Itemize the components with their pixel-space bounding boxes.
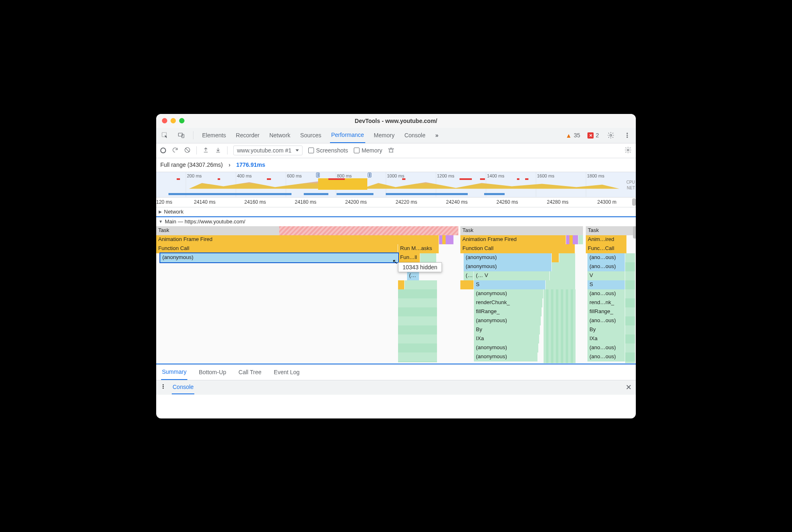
flame-chart[interactable]: Task Animation Frame Fired Function Call… xyxy=(156,226,636,364)
flame-function-call[interactable]: Function Call xyxy=(156,244,398,253)
flame-seg[interactable]: (ano…ous) xyxy=(587,262,625,271)
screenshots-checkbox[interactable]: Screenshots xyxy=(308,147,348,154)
drawer-console-tab[interactable]: Console xyxy=(172,380,194,394)
drawer-close-icon[interactable]: ✕ xyxy=(626,383,632,392)
flame-seg[interactable]: (… xyxy=(464,271,474,280)
flame-seg[interactable]: fillRange_ xyxy=(474,307,542,316)
flame-seg[interactable]: (anonymous) xyxy=(474,316,541,325)
record-button[interactable] xyxy=(160,148,166,153)
flame-seg[interactable]: V xyxy=(587,271,625,280)
download-icon[interactable] xyxy=(215,147,221,155)
tab-performance[interactable]: Performance xyxy=(330,127,365,143)
inspect-icon[interactable] xyxy=(160,131,169,140)
flame-seg[interactable] xyxy=(420,253,437,262)
upload-icon[interactable] xyxy=(203,147,209,155)
flame-seg[interactable]: renderChunk_ xyxy=(474,298,543,307)
tab-network[interactable]: Network xyxy=(268,128,291,143)
warnings-badge[interactable]: ▲ 35 xyxy=(566,132,580,139)
flame-aff[interactable]: Anim…ired xyxy=(586,235,627,244)
tab-memory[interactable]: Memory xyxy=(373,128,396,143)
kebab-menu-icon[interactable] xyxy=(623,131,632,140)
timeline-ruler[interactable]: 120 ms 24140 ms 24160 ms 24180 ms 24200 … xyxy=(156,198,636,207)
network-track-header[interactable]: ▶ Network xyxy=(156,207,636,216)
flame-seg[interactable]: (anonymous) xyxy=(464,253,552,262)
flame-seg[interactable]: fillRange_ xyxy=(587,307,625,316)
flame-seg[interactable] xyxy=(398,280,405,289)
flame-seg[interactable]: (ano…ous) xyxy=(587,253,625,262)
flame-stack[interactable] xyxy=(625,253,635,363)
flame-seg[interactable]: Fun…ll xyxy=(398,253,420,262)
overview-tick: 1600 ms xyxy=(537,173,554,178)
device-toggle-icon[interactable] xyxy=(177,131,186,140)
flame-seg[interactable]: (… V xyxy=(474,271,550,280)
tab-sources[interactable]: Sources xyxy=(299,128,322,143)
flame-seg[interactable]: (… xyxy=(407,271,419,280)
flame-seg[interactable] xyxy=(546,280,576,289)
flame-aff[interactable]: Animation Frame Fired xyxy=(156,235,439,244)
flame-seg[interactable] xyxy=(460,280,474,289)
flame-seg[interactable]: By xyxy=(474,325,540,334)
close-traffic-icon[interactable] xyxy=(162,118,167,123)
flame-seg[interactable]: (anonymous) xyxy=(464,262,552,271)
flame-seg[interactable]: IXa xyxy=(474,334,539,343)
flame-seg[interactable]: (anonymous) xyxy=(474,289,544,298)
panel-settings-gear-icon[interactable] xyxy=(624,146,632,155)
titlebar[interactable]: DevTools - www.youtube.com/ xyxy=(156,114,636,128)
drawer: Console ✕ xyxy=(156,380,636,395)
more-tabs-icon[interactable]: » xyxy=(434,128,440,143)
main-track-header[interactable]: ▼ Main — https://www.youtube.com/ xyxy=(156,217,636,226)
flame-seg[interactable]: IXa xyxy=(587,334,625,343)
flame-function-call[interactable]: Function Call xyxy=(460,244,575,253)
flame-run-microtasks[interactable]: Run M…asks xyxy=(398,244,439,253)
flame-stack[interactable] xyxy=(544,289,576,363)
flame-function-call[interactable]: Func…Call xyxy=(586,244,627,253)
tab-event-log[interactable]: Event Log xyxy=(273,365,300,380)
memory-checkbox[interactable]: Memory xyxy=(354,147,382,154)
zoom-traffic-icon[interactable] xyxy=(179,118,184,123)
tab-recorder[interactable]: Recorder xyxy=(234,128,261,143)
ruler-scroll-thumb[interactable] xyxy=(632,198,636,206)
flame-seg[interactable]: (ano…ous) xyxy=(587,316,625,325)
selected-range-label[interactable]: 1776.91ms xyxy=(236,161,265,168)
flame-seg[interactable]: S xyxy=(587,280,625,289)
garbage-collect-icon[interactable] xyxy=(388,147,394,155)
profile-select[interactable]: www.youtube.com #1 xyxy=(233,146,303,155)
errors-badge[interactable]: ✕ 2 xyxy=(587,132,599,139)
flame-seg[interactable] xyxy=(578,235,583,244)
flame-seg[interactable]: By xyxy=(587,325,625,334)
tab-console[interactable]: Console xyxy=(403,128,426,143)
flame-seg[interactable]: (ano…ous) xyxy=(587,343,625,352)
full-range-label[interactable]: Full range (34307.26ms) xyxy=(160,161,223,168)
tab-summary[interactable]: Summary xyxy=(161,364,187,380)
flame-seg[interactable]: (ano…ous) xyxy=(587,352,625,361)
flame-seg[interactable]: (anonymous) xyxy=(474,352,538,361)
flame-seg[interactable] xyxy=(449,235,454,244)
flame-seg[interactable]: (ano…ous) xyxy=(587,289,625,298)
drawer-kebab-icon[interactable] xyxy=(160,384,166,391)
overview-strip[interactable]: 200 ms 400 ms 600 ms 800 ms 1000 ms 1200… xyxy=(156,172,636,198)
reload-button[interactable] xyxy=(172,147,178,155)
tab-call-tree[interactable]: Call Tree xyxy=(238,365,262,380)
flame-seg[interactable] xyxy=(552,253,559,262)
clear-button[interactable] xyxy=(184,147,191,155)
flame-seg[interactable] xyxy=(552,262,576,271)
settings-gear-icon[interactable] xyxy=(606,131,615,140)
minimize-traffic-icon[interactable] xyxy=(171,118,176,123)
flame-aff[interactable]: Animation Frame Fired xyxy=(460,235,566,244)
overview-marker[interactable]: ‖ xyxy=(316,173,320,177)
flame-seg[interactable] xyxy=(559,253,576,262)
flame-long-task[interactable] xyxy=(279,226,459,235)
overview-marker[interactable]: ‖ xyxy=(368,173,371,177)
flame-seg[interactable] xyxy=(550,271,576,280)
flame-seg[interactable]: (anonymous) xyxy=(474,343,539,352)
flame-selected-anonymous[interactable]: (anonymous) xyxy=(160,253,398,262)
flame-task[interactable]: Task xyxy=(460,226,583,235)
flame-task[interactable]: Task xyxy=(586,226,635,235)
flame-seg[interactable]: S xyxy=(474,280,546,289)
flame-stack[interactable] xyxy=(398,280,437,362)
tab-bottom-up[interactable]: Bottom-Up xyxy=(198,365,227,380)
flame-seg[interactable]: rend…nk_ xyxy=(587,298,625,307)
tab-elements[interactable]: Elements xyxy=(201,128,227,143)
flame-seg[interactable] xyxy=(573,235,578,244)
flame-scroll-thumb[interactable] xyxy=(633,226,636,239)
